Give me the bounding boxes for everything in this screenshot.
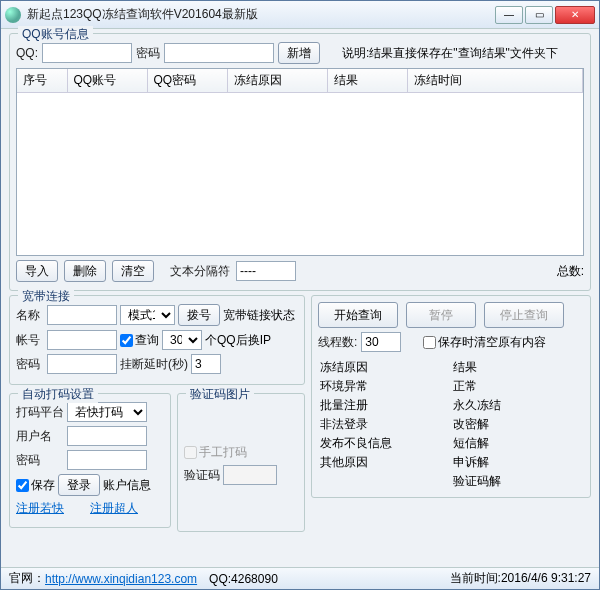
result-list: 结果 正常 永久冻结 改密解 短信解 申诉解 验证码解	[451, 358, 584, 491]
reason-head: 冻结原因	[318, 358, 451, 377]
bb-query-n-select[interactable]: 30	[162, 330, 202, 350]
bb-mode-select[interactable]: 模式1	[120, 305, 175, 325]
threads-input[interactable]	[361, 332, 401, 352]
reason-item[interactable]: 环境异常	[318, 377, 451, 396]
pwd-label: 密码	[136, 45, 160, 62]
dama-pwd-label: 密码	[16, 452, 64, 469]
result-table[interactable]: 序号 QQ账号 QQ密码 冻结原因 结果 冻结时间	[16, 68, 584, 256]
col-time[interactable]: 冻结时间	[407, 69, 583, 93]
col-pwd[interactable]: QQ密码	[147, 69, 227, 93]
broadband-legend: 宽带连接	[18, 288, 74, 305]
pause-button[interactable]: 暂停	[406, 302, 476, 328]
qq-group-legend: QQ账号信息	[18, 26, 93, 43]
time-value: 2016/4/6 9:31:27	[501, 571, 591, 585]
result-item[interactable]: 永久冻结	[451, 396, 584, 415]
dama-save-label: 保存	[31, 477, 55, 494]
dama-user-input[interactable]	[67, 426, 147, 446]
qq-input[interactable]	[42, 43, 132, 63]
reg-chaoren-link[interactable]: 注册超人	[90, 500, 138, 517]
dama-acct-info: 账户信息	[103, 477, 151, 494]
import-button[interactable]: 导入	[16, 260, 58, 282]
bb-pwd-label: 密码	[16, 356, 44, 373]
sep-input[interactable]	[236, 261, 296, 281]
bb-link-status: 宽带链接状态	[223, 307, 295, 324]
dama-platform-select[interactable]: 若快打码	[67, 402, 147, 422]
bb-query-chk-label: 查询	[135, 332, 159, 349]
reason-item[interactable]: 非法登录	[318, 415, 451, 434]
reason-item[interactable]: 批量注册	[318, 396, 451, 415]
captcha-legend: 验证码图片	[186, 386, 254, 403]
bb-query-checkbox[interactable]	[120, 334, 133, 347]
app-window: 新起点123QQ冻结查询软件V201604最新版 — ▭ ✕ QQ账号信息 QQ…	[0, 0, 600, 590]
result-item[interactable]: 申诉解	[451, 453, 584, 472]
col-result[interactable]: 结果	[327, 69, 407, 93]
qq-pwd-input[interactable]	[164, 43, 274, 63]
site-url-link[interactable]: http://www.xinqidian123.com	[45, 572, 197, 586]
bb-delay-label: 挂断延时(秒)	[120, 356, 188, 373]
result-item[interactable]: 正常	[451, 377, 584, 396]
dama-legend: 自动打码设置	[18, 386, 98, 403]
maximize-button[interactable]: ▭	[525, 6, 553, 24]
qq-label: QQ:	[16, 46, 38, 60]
captcha-code-label: 验证码	[184, 467, 220, 484]
manual-captcha-label: 手工打码	[199, 444, 247, 461]
titlebar: 新起点123QQ冻结查询软件V201604最新版 — ▭ ✕	[1, 1, 599, 29]
bb-name-label: 名称	[16, 307, 44, 324]
reason-list: 冻结原因 环境异常 批量注册 非法登录 发布不良信息 其他原因	[318, 358, 451, 491]
bb-name-input[interactable]	[47, 305, 117, 325]
close-button[interactable]: ✕	[555, 6, 595, 24]
col-seq[interactable]: 序号	[17, 69, 67, 93]
add-button[interactable]: 新增	[278, 42, 320, 64]
bb-query-after: 个QQ后换IP	[205, 332, 271, 349]
result-item[interactable]: 验证码解	[451, 472, 584, 491]
qq-account-group: QQ账号信息 QQ: 密码 新增 说明:结果直接保存在"查询结果"文件夹下 序号…	[9, 33, 591, 291]
dama-login-button[interactable]: 登录	[58, 474, 100, 496]
query-panel: 开始查询 暂停 停止查询 线程数: 保存时清空原有内容 冻结原因 环境异常 批量	[311, 295, 591, 498]
broadband-group: 宽带连接 名称 模式1 拨号 宽带链接状态 帐号 查询 30 个QQ后换IP	[9, 295, 305, 385]
dial-button[interactable]: 拨号	[178, 304, 220, 326]
window-title: 新起点123QQ冻结查询软件V201604最新版	[27, 6, 495, 23]
dama-user-label: 用户名	[16, 428, 64, 445]
save-clear-checkbox[interactable]	[423, 336, 436, 349]
minimize-button[interactable]: —	[495, 6, 523, 24]
bb-delay-input[interactable]	[191, 354, 221, 374]
total-label: 总数:	[557, 263, 584, 280]
site-label: 官网：	[9, 570, 45, 587]
bb-acct-label: 帐号	[16, 332, 44, 349]
captcha-group: 验证码图片 手工打码 验证码	[177, 393, 305, 532]
save-clear-label: 保存时清空原有内容	[438, 334, 546, 351]
bb-pwd-input[interactable]	[47, 354, 117, 374]
reason-item[interactable]: 发布不良信息	[318, 434, 451, 453]
save-note: 说明:结果直接保存在"查询结果"文件夹下	[342, 45, 558, 62]
manual-captcha-checkbox	[184, 446, 197, 459]
result-item[interactable]: 短信解	[451, 434, 584, 453]
start-query-button[interactable]: 开始查询	[318, 302, 398, 328]
result-item[interactable]: 改密解	[451, 415, 584, 434]
dama-pwd-input[interactable]	[67, 450, 147, 470]
statusbar: 官网： http://www.xinqidian123.com QQ:42680…	[1, 567, 599, 589]
bb-acct-input[interactable]	[47, 330, 117, 350]
col-reason[interactable]: 冻结原因	[227, 69, 327, 93]
delete-button[interactable]: 删除	[64, 260, 106, 282]
stop-query-button[interactable]: 停止查询	[484, 302, 564, 328]
dama-save-checkbox[interactable]	[16, 479, 29, 492]
sep-label: 文本分隔符	[170, 263, 230, 280]
reason-item[interactable]: 其他原因	[318, 453, 451, 472]
dama-platform-label: 打码平台	[16, 404, 64, 421]
clear-button[interactable]: 清空	[112, 260, 154, 282]
qq-contact: QQ:4268090	[209, 572, 278, 586]
app-icon	[5, 7, 21, 23]
reg-ruokuai-link[interactable]: 注册若快	[16, 500, 64, 517]
time-label: 当前时间:	[450, 571, 501, 585]
dama-group: 自动打码设置 打码平台 若快打码 用户名 密码	[9, 393, 171, 528]
captcha-code-input	[223, 465, 277, 485]
threads-label: 线程数:	[318, 334, 357, 351]
col-qq[interactable]: QQ账号	[67, 69, 147, 93]
result-head: 结果	[451, 358, 584, 377]
